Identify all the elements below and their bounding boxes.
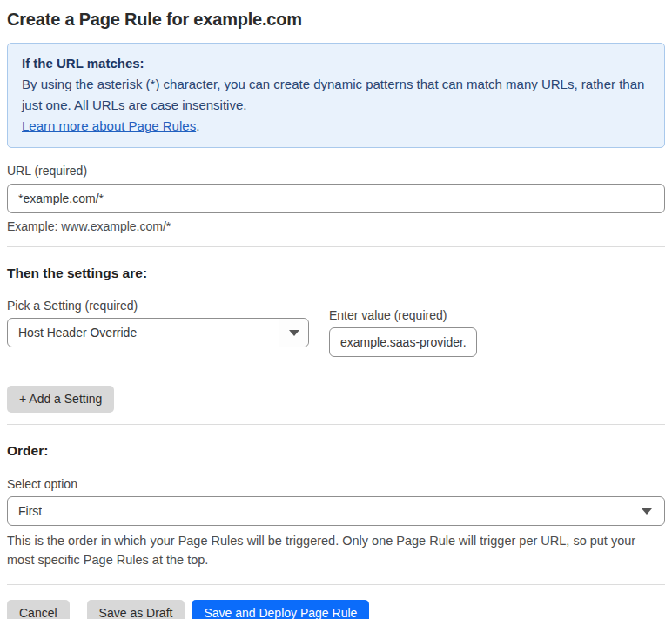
setting-value-column: Enter value (required) [329,308,477,357]
url-example-hint: Example: www.example.com/* [7,219,665,233]
setting-picker-column: Pick a Setting (required) Host Header Ov… [7,281,309,347]
save-as-draft-button[interactable]: Save as Draft [87,600,185,619]
url-match-info-box: If the URL matches: By using the asteris… [7,43,665,148]
order-select[interactable]: First [7,496,665,526]
url-label: URL (required) [7,164,665,178]
info-box-heading: If the URL matches: [22,53,650,74]
info-box-body: By using the asterisk (*) character, you… [22,74,650,116]
setting-select-value: Host Header Override [8,326,137,340]
chevron-down-icon [289,330,299,336]
order-heading: Order: [7,443,665,459]
setting-value-input[interactable] [329,327,477,357]
chevron-down-icon [642,497,652,525]
divider [7,424,665,425]
divider [7,246,665,247]
settings-heading: Then the settings are: [7,266,665,281]
order-select-label: Select option [7,477,665,491]
divider [7,584,665,585]
value-label: Enter value (required) [329,308,477,322]
order-select-value: First [8,504,42,518]
add-setting-button[interactable]: + Add a Setting [7,386,114,413]
link-suffix: . [196,118,199,133]
url-input[interactable] [7,184,665,213]
learn-more-link[interactable]: Learn more about Page Rules [22,118,196,133]
setting-select-arrow-button[interactable] [279,319,308,347]
setting-label: Pick a Setting (required) [7,299,309,313]
page-rule-form: Create a Page Rule for example.com If th… [0,0,672,619]
save-and-deploy-button[interactable]: Save and Deploy Page Rule [192,600,369,619]
footer-buttons: Cancel Save as Draft Save and Deploy Pag… [7,600,665,619]
cancel-button[interactable]: Cancel [7,600,70,619]
order-help-text: This is the order in which your Page Rul… [7,531,665,569]
page-title: Create a Page Rule for example.com [7,7,665,31]
setting-select[interactable]: Host Header Override [7,318,309,347]
settings-row: Pick a Setting (required) Host Header Ov… [7,281,665,357]
